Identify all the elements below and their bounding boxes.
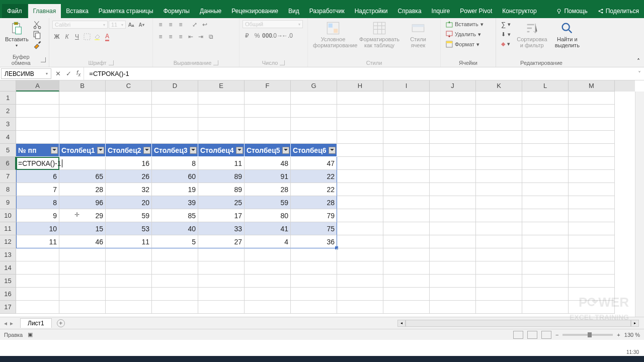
col-header-A[interactable]: A [16,80,59,92]
cell-B6[interactable] [59,157,106,170]
cell-H9[interactable] [337,196,383,209]
view-page-break-button[interactable] [541,331,551,339]
select-all-corner[interactable] [0,80,16,92]
cell-H10[interactable] [337,209,383,222]
cell-K7[interactable] [476,170,522,183]
cell-B11[interactable]: 15 [59,222,106,235]
filter-button[interactable] [143,147,150,154]
cell-M6[interactable] [569,157,615,170]
bold-button[interactable]: Ж [52,32,61,41]
increase-font-button[interactable]: A▴ [127,20,136,29]
cell-G9[interactable]: 28 [291,196,337,209]
cell-G3[interactable] [291,118,337,131]
align-top[interactable]: ≡ [156,20,165,29]
cell-E12[interactable]: 27 [198,235,245,248]
col-header-C[interactable]: C [106,80,152,92]
row-header-13[interactable]: 13 [0,248,16,261]
format-as-table-button[interactable]: Форматировать как таблицу [357,20,401,49]
cell-H6[interactable] [337,157,383,170]
cell-B7[interactable]: 65 [59,170,106,183]
row-header-6[interactable]: 6 [0,157,16,170]
cell-A10[interactable]: 9 [16,209,59,222]
cell-E7[interactable]: 89 [198,170,245,183]
cell-A13[interactable] [16,248,59,261]
cell-F9[interactable]: 59 [245,196,291,209]
tab-конструктор[interactable]: Конструктор [497,4,541,18]
cell-M11[interactable] [569,222,615,235]
cell-F13[interactable] [245,248,291,261]
merge-button[interactable]: ⧉ [206,32,215,41]
cell-I6[interactable] [383,157,430,170]
cell-K2[interactable] [476,105,522,118]
cell-K15[interactable] [476,275,522,288]
cell-G1[interactable] [291,92,337,105]
cell-G11[interactable]: 75 [291,222,337,235]
cell-D15[interactable] [152,275,198,288]
cell-H8[interactable] [337,183,383,196]
cell-G8[interactable]: 22 [291,183,337,196]
cell-C9[interactable]: 20 [106,196,152,209]
increase-decimal[interactable]: .0→ [273,31,282,40]
cell-I16[interactable] [383,288,430,301]
cell-M7[interactable] [569,170,615,183]
cell-G16[interactable] [291,288,337,301]
row-header-16[interactable]: 16 [0,288,16,301]
cell-C16[interactable] [106,288,152,301]
cell-D14[interactable] [152,261,198,275]
cell-B3[interactable] [59,118,106,131]
cell-B10[interactable]: 29 [59,209,106,222]
horizontal-scrollbar[interactable] [406,320,631,327]
tab-справка[interactable]: Справка [392,4,426,18]
cell-K6[interactable] [476,157,522,170]
conditional-format-button[interactable]: Условное форматирование [311,20,355,49]
cell-E10[interactable]: 17 [198,209,245,222]
row-header-10[interactable]: 10 [0,209,16,222]
clear-button[interactable]: ◆ ▾ [499,40,513,48]
cell-D10[interactable]: 85 [152,209,198,222]
cell-K13[interactable] [476,248,522,261]
cell-E17[interactable] [198,301,245,314]
cell-M4[interactable] [569,131,615,144]
cell-F3[interactable] [245,118,291,131]
tab-данные[interactable]: Данные [195,4,226,18]
cell-L10[interactable] [522,209,569,222]
cell-A2[interactable] [16,105,59,118]
cell-I9[interactable] [383,196,430,209]
cell-G13[interactable] [291,248,337,261]
cell-F10[interactable]: 80 [245,209,291,222]
row-header-5[interactable]: 5 [0,144,16,157]
decrease-indent[interactable]: ⇤ [186,32,195,41]
cell-L17[interactable] [522,301,569,314]
cell-M1[interactable] [569,92,615,105]
cell-J9[interactable] [430,196,476,209]
align-middle[interactable]: ≡ [166,20,175,29]
cell-F1[interactable] [245,92,291,105]
cell-A12[interactable]: 11 [16,235,59,248]
cell-A16[interactable] [16,288,59,301]
sheet-prev-icon[interactable]: ◂ [4,320,7,327]
sheet-nav[interactable]: ◂▸ [0,320,17,327]
tab-file[interactable]: Файл [2,4,27,18]
col-header-H[interactable]: H [337,80,383,92]
col-header-M[interactable]: M [569,80,615,92]
cell-H7[interactable] [337,170,383,183]
row-header-4[interactable]: 4 [0,131,16,144]
cell-L6[interactable] [522,157,569,170]
cell-K3[interactable] [476,118,522,131]
cell-G2[interactable] [291,105,337,118]
cell-E14[interactable] [198,261,245,275]
cell-G5[interactable]: Столбец6 [291,144,337,157]
cell-F8[interactable]: 28 [245,183,291,196]
view-page-layout-button[interactable] [527,331,537,339]
cell-L14[interactable] [522,261,569,275]
row-header-9[interactable]: 9 [0,196,16,209]
cell-K4[interactable] [476,131,522,144]
percent-button[interactable]: % [253,31,262,40]
decrease-font-button[interactable]: A▾ [137,20,146,29]
row-header-11[interactable]: 11 [0,222,16,235]
cell-H4[interactable] [337,131,383,144]
align-center[interactable]: ≡ [166,32,175,41]
increase-indent[interactable]: ⇥ [196,32,205,41]
cell-B5[interactable]: Столбец1 [59,144,106,157]
clipboard-launcher[interactable] [41,57,46,62]
